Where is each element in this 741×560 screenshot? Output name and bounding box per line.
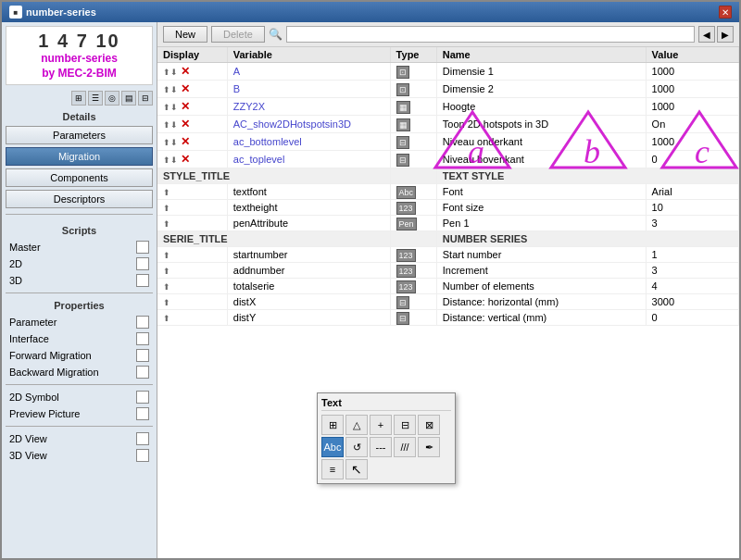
nav-arrows: ◀ ▶ <box>698 26 734 43</box>
popup-icon-cross[interactable]: ⊠ <box>418 415 440 435</box>
script-2d-checkbox[interactable] <box>136 257 149 270</box>
nav-parameters[interactable]: Parameters <box>6 126 153 144</box>
main-window: ■ number-series ✕ 1 4 7 10 number-series… <box>0 0 741 560</box>
view-3d-checkbox[interactable] <box>136 449 149 462</box>
script-master-checkbox[interactable] <box>136 241 149 254</box>
header-name: Name <box>436 47 646 63</box>
text-popup-icons: ⊞ △ + ⊟ ⊠ Abc ↺ --- /// ✒ ≡ ↖ <box>321 415 451 479</box>
sidebar-icons: ⊞ ☰ ◎ ▤ ⊟ <box>6 91 153 106</box>
table-row[interactable]: ⬆ textheight 123 Font size 10 <box>157 200 739 216</box>
table-row[interactable]: ⬆⬇ ✕ ZZY2X ▦ Hoogte 1000 <box>157 98 739 116</box>
table-row[interactable]: ⬆⬇ ✕ ac_toplevel ⊟ Niveau bovenkant 0 <box>157 151 739 168</box>
search-box: 🔍 <box>269 26 695 43</box>
search-icon: 🔍 <box>269 28 283 41</box>
script-2d: 2D <box>6 256 153 271</box>
script-interface: Interface <box>6 331 153 346</box>
table-row[interactable]: ⬆ penAttribute Pen Pen 1 3 <box>157 216 739 231</box>
script-3d: 3D <box>6 273 153 288</box>
popup-icon-plus[interactable]: + <box>370 415 392 435</box>
popup-icon-rect[interactable]: ⊟ <box>394 415 416 435</box>
table-row[interactable]: ⬆ distX ⊟ Distance: horizontal (mm) 3000 <box>157 294 739 310</box>
symbol-preview: Preview Picture <box>6 406 153 421</box>
script-forward-migration-checkbox[interactable] <box>136 349 149 362</box>
symbol-2d: 2D Symbol <box>6 390 153 404</box>
sidebar-icon-3[interactable]: ◎ <box>105 91 119 106</box>
table-row[interactable]: ⬆ startnumber 123 Start number 1 <box>157 247 739 263</box>
divider-2 <box>6 292 153 293</box>
popup-icon-triangle[interactable]: △ <box>345 415 368 435</box>
delete-button[interactable]: Delete <box>211 26 265 43</box>
nav-descriptors[interactable]: Descriptors <box>6 190 153 208</box>
view-2d: 2D View <box>6 431 153 446</box>
popup-icon-grid[interactable]: ⊞ <box>321 415 344 435</box>
divider-4 <box>6 426 153 427</box>
view-2d-checkbox[interactable] <box>136 432 149 445</box>
parameters-table: Display Variable Type Name Value ⬆⬇ ✕ A … <box>157 47 739 326</box>
app-icon: ■ <box>9 6 22 19</box>
sidebar-icon-1[interactable]: ⊞ <box>71 91 86 106</box>
close-button[interactable]: ✕ <box>719 6 732 19</box>
title-bar: ■ number-series ✕ <box>2 2 739 22</box>
text-popup: Text ⊞ △ + ⊟ ⊠ Abc ↺ --- /// ✒ ≡ ↖ <box>317 392 456 484</box>
sidebar-icon-2[interactable]: ☰ <box>88 91 103 106</box>
divider-3 <box>6 384 153 385</box>
script-backward-migration: Backward Migration <box>6 365 153 380</box>
popup-icon-lines[interactable]: ≡ <box>321 459 344 479</box>
text-popup-title: Text <box>321 397 451 411</box>
sidebar-icon-5[interactable]: ⊟ <box>138 91 153 106</box>
details-section: Details <box>6 109 153 124</box>
popup-icon-hatch[interactable]: /// <box>394 437 416 457</box>
sidebar: 1 4 7 10 number-series by MEC-2-BIM ⊞ ☰ … <box>2 22 157 558</box>
properties-label: Properties <box>6 298 153 313</box>
nav-migration[interactable]: Migration <box>6 147 153 166</box>
new-button[interactable]: New <box>163 26 207 43</box>
header-type: Type <box>390 47 436 63</box>
table-row[interactable]: ⬆ textfont Abc Font Arial <box>157 184 739 200</box>
table-row[interactable]: ⬆ addnumber 123 Increment 3 <box>157 263 739 279</box>
sidebar-icon-4[interactable]: ▤ <box>121 91 136 106</box>
table-row[interactable]: ⬆⬇ ✕ ac_bottomlevel ⊟ Niveau onderkant 1… <box>157 133 739 151</box>
script-master: Master <box>6 240 153 255</box>
nav-components[interactable]: Components <box>6 168 153 187</box>
header-display: Display <box>157 47 227 63</box>
symbol-2d-checkbox[interactable] <box>136 391 149 404</box>
script-parameter: Parameter <box>6 315 153 330</box>
logo-text: number-series by MEC-2-BIM <box>10 52 148 81</box>
logo-numbers: 1 4 7 10 <box>10 31 148 52</box>
scripts-label: Scripts <box>6 223 153 238</box>
table-row[interactable]: ⬆ totalserie 123 Number of elements 4 <box>157 279 739 294</box>
view-3d: 3D View <box>6 448 153 463</box>
table-row[interactable]: ⬆⬇ ✕ A ⊡ Dimensie 1 1000 <box>157 63 739 81</box>
script-interface-checkbox[interactable] <box>136 332 149 345</box>
logo-area: 1 4 7 10 number-series by MEC-2-BIM <box>6 26 153 85</box>
popup-icon-abc[interactable]: Abc <box>321 437 344 457</box>
symbol-preview-checkbox[interactable] <box>136 407 149 420</box>
nav-prev[interactable]: ◀ <box>698 26 715 43</box>
popup-icon-cursor[interactable]: ↖ <box>345 459 368 479</box>
window-title: number-series <box>26 6 96 18</box>
main-panel: New Delete 🔍 ◀ ▶ Display Variab <box>157 22 739 558</box>
divider-1 <box>6 214 153 215</box>
popup-icon-dash[interactable]: --- <box>370 437 392 457</box>
header-variable: Variable <box>227 47 390 63</box>
table-row[interactable]: ⬆ distY ⊟ Distance: vertical (mm) 0 <box>157 310 739 326</box>
popup-icon-pen[interactable]: ✒ <box>418 437 440 457</box>
script-forward-migration: Forward Migration <box>6 348 153 363</box>
nav-next[interactable]: ▶ <box>717 26 734 43</box>
toolbar: New Delete 🔍 ◀ ▶ <box>157 22 739 47</box>
header-value: Value <box>646 47 738 63</box>
table-row[interactable]: ⬆⬇ ✕ B ⊡ Dimensie 2 1000 <box>157 81 739 98</box>
popup-icon-rotate[interactable]: ↺ <box>345 437 368 457</box>
table-row[interactable]: ⬆⬇ ✕ AC_show2DHotspotsin3D ▦ Toon 2D hot… <box>157 116 739 133</box>
script-3d-checkbox[interactable] <box>136 274 149 287</box>
search-input[interactable] <box>286 26 695 43</box>
script-backward-migration-checkbox[interactable] <box>136 366 149 379</box>
script-parameter-checkbox[interactable] <box>136 316 149 329</box>
